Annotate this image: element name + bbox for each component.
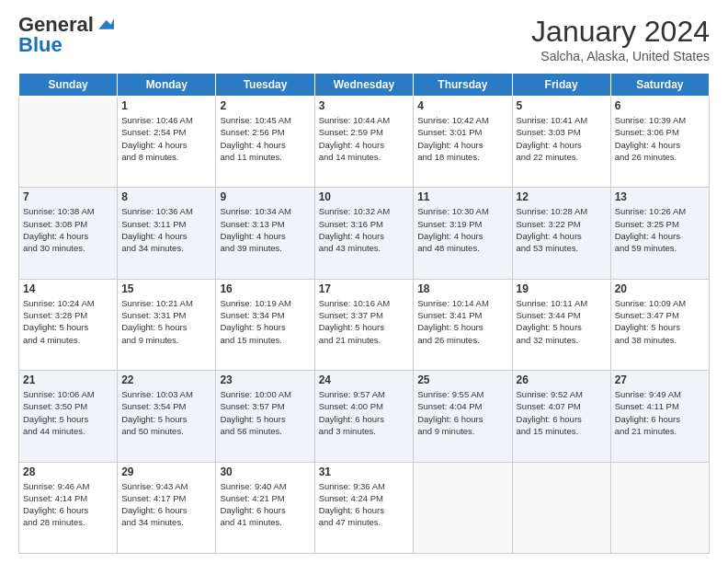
day-info: Sunrise: 10:44 AMSunset: 2:59 PMDaylight… — [319, 114, 410, 163]
day-info: Sunrise: 10:41 AMSunset: 3:03 PMDaylight… — [517, 114, 607, 163]
calendar-cell: 25Sunrise: 9:55 AMSunset: 4:04 PMDayligh… — [414, 371, 512, 462]
day-info: Sunrise: 10:42 AMSunset: 3:01 PMDaylight… — [417, 114, 507, 163]
calendar-week-row: 7Sunrise: 10:38 AMSunset: 3:08 PMDayligh… — [19, 188, 710, 279]
day-number: 3 — [319, 99, 410, 112]
day-number: 29 — [121, 465, 211, 478]
day-number: 7 — [23, 190, 113, 203]
day-number: 26 — [517, 373, 607, 386]
day-number: 21 — [23, 373, 113, 386]
calendar-cell: 24Sunrise: 9:57 AMSunset: 4:00 PMDayligh… — [314, 371, 414, 462]
calendar-cell: 15Sunrise: 10:21 AMSunset: 3:31 PMDaylig… — [118, 279, 216, 370]
calendar-cell: 2Sunrise: 10:45 AMSunset: 2:56 PMDayligh… — [216, 97, 314, 188]
calendar-cell — [19, 97, 118, 188]
day-number: 8 — [121, 190, 211, 203]
day-number: 9 — [220, 190, 310, 203]
calendar-cell: 31Sunrise: 9:36 AMSunset: 4:24 PMDayligh… — [314, 462, 414, 553]
calendar-cell: 1Sunrise: 10:46 AMSunset: 2:54 PMDayligh… — [118, 97, 216, 188]
day-number: 17 — [319, 282, 410, 295]
month-year: January 2024 — [531, 15, 710, 49]
logo: General Blue — [18, 15, 114, 55]
calendar-cell — [512, 462, 610, 553]
day-header-saturday: Saturday — [610, 74, 709, 97]
day-number: 1 — [121, 99, 211, 112]
day-info: Sunrise: 10:11 AMSunset: 3:44 PMDaylight… — [517, 297, 607, 346]
calendar-cell: 23Sunrise: 10:00 AMSunset: 3:57 PMDaylig… — [216, 371, 314, 462]
day-info: Sunrise: 9:52 AMSunset: 4:07 PMDaylight:… — [517, 388, 607, 437]
day-info: Sunrise: 10:45 AMSunset: 2:56 PMDaylight… — [220, 114, 310, 163]
location: Salcha, Alaska, United States — [531, 49, 710, 63]
day-header-wednesday: Wednesday — [314, 74, 414, 97]
day-info: Sunrise: 10:28 AMSunset: 3:22 PMDaylight… — [517, 205, 607, 254]
calendar-cell: 16Sunrise: 10:19 AMSunset: 3:34 PMDaylig… — [216, 279, 314, 370]
calendar-cell — [610, 462, 709, 553]
day-number: 20 — [615, 282, 705, 295]
calendar-cell: 12Sunrise: 10:28 AMSunset: 3:22 PMDaylig… — [512, 188, 610, 279]
day-info: Sunrise: 9:43 AMSunset: 4:17 PMDaylight:… — [121, 480, 211, 529]
day-number: 11 — [417, 190, 507, 203]
day-number: 24 — [319, 373, 410, 386]
calendar-cell: 20Sunrise: 10:09 AMSunset: 3:47 PMDaylig… — [610, 279, 709, 370]
calendar-cell: 10Sunrise: 10:32 AMSunset: 3:16 PMDaylig… — [314, 188, 414, 279]
day-number: 22 — [121, 373, 211, 386]
calendar-cell: 7Sunrise: 10:38 AMSunset: 3:08 PMDayligh… — [19, 188, 118, 279]
day-number: 10 — [319, 190, 410, 203]
day-info: Sunrise: 10:30 AMSunset: 3:19 PMDaylight… — [417, 205, 507, 254]
day-header-sunday: Sunday — [19, 74, 118, 97]
calendar-cell: 5Sunrise: 10:41 AMSunset: 3:03 PMDayligh… — [512, 97, 610, 188]
day-info: Sunrise: 10:00 AMSunset: 3:57 PMDaylight… — [220, 388, 310, 437]
calendar-cell: 6Sunrise: 10:39 AMSunset: 3:06 PMDayligh… — [610, 97, 709, 188]
day-info: Sunrise: 9:49 AMSunset: 4:11 PMDaylight:… — [615, 388, 705, 437]
day-info: Sunrise: 10:03 AMSunset: 3:54 PMDaylight… — [121, 388, 211, 437]
calendar-cell — [414, 462, 512, 553]
day-info: Sunrise: 10:16 AMSunset: 3:37 PMDaylight… — [319, 297, 410, 346]
day-info: Sunrise: 10:46 AMSunset: 2:54 PMDaylight… — [121, 114, 211, 163]
day-number: 23 — [220, 373, 310, 386]
day-info: Sunrise: 10:39 AMSunset: 3:06 PMDaylight… — [615, 114, 705, 163]
day-number: 5 — [517, 99, 607, 112]
title-block: January 2024 Salcha, Alaska, United Stat… — [531, 15, 710, 63]
svg-marker-0 — [98, 18, 114, 29]
calendar-week-row: 1Sunrise: 10:46 AMSunset: 2:54 PMDayligh… — [19, 97, 710, 188]
calendar-cell: 19Sunrise: 10:11 AMSunset: 3:44 PMDaylig… — [512, 279, 610, 370]
day-info: Sunrise: 9:40 AMSunset: 4:21 PMDaylight:… — [220, 480, 310, 529]
day-header-friday: Friday — [512, 74, 610, 97]
day-number: 12 — [517, 190, 607, 203]
calendar-cell: 22Sunrise: 10:03 AMSunset: 3:54 PMDaylig… — [118, 371, 216, 462]
day-number: 27 — [615, 373, 705, 386]
day-info: Sunrise: 10:34 AMSunset: 3:13 PMDaylight… — [220, 205, 310, 254]
day-info: Sunrise: 10:36 AMSunset: 3:11 PMDaylight… — [121, 205, 211, 254]
day-number: 6 — [615, 99, 705, 112]
day-info: Sunrise: 10:06 AMSunset: 3:50 PMDaylight… — [23, 388, 113, 437]
day-number: 28 — [23, 465, 113, 478]
day-info: Sunrise: 9:57 AMSunset: 4:00 PMDaylight:… — [319, 388, 410, 437]
day-info: Sunrise: 9:55 AMSunset: 4:04 PMDaylight:… — [417, 388, 507, 437]
calendar-cell: 4Sunrise: 10:42 AMSunset: 3:01 PMDayligh… — [414, 97, 512, 188]
day-number: 19 — [517, 282, 607, 295]
logo-blue-text: Blue — [18, 35, 63, 55]
logo-icon — [96, 14, 114, 32]
day-info: Sunrise: 10:19 AMSunset: 3:34 PMDaylight… — [220, 297, 310, 346]
day-number: 4 — [417, 99, 507, 112]
calendar-cell: 21Sunrise: 10:06 AMSunset: 3:50 PMDaylig… — [19, 371, 118, 462]
day-header-monday: Monday — [118, 74, 216, 97]
calendar-cell: 29Sunrise: 9:43 AMSunset: 4:17 PMDayligh… — [118, 462, 216, 553]
calendar-week-row: 21Sunrise: 10:06 AMSunset: 3:50 PMDaylig… — [19, 371, 710, 462]
day-number: 2 — [220, 99, 310, 112]
day-info: Sunrise: 10:32 AMSunset: 3:16 PMDaylight… — [319, 205, 410, 254]
calendar-cell: 11Sunrise: 10:30 AMSunset: 3:19 PMDaylig… — [414, 188, 512, 279]
calendar-cell: 26Sunrise: 9:52 AMSunset: 4:07 PMDayligh… — [512, 371, 610, 462]
day-number: 18 — [417, 282, 507, 295]
day-number: 25 — [417, 373, 507, 386]
day-info: Sunrise: 10:24 AMSunset: 3:28 PMDaylight… — [23, 297, 113, 346]
calendar-cell: 9Sunrise: 10:34 AMSunset: 3:13 PMDayligh… — [216, 188, 314, 279]
calendar-header-row: SundayMondayTuesdayWednesdayThursdayFrid… — [19, 74, 710, 97]
calendar-cell: 27Sunrise: 9:49 AMSunset: 4:11 PMDayligh… — [610, 371, 709, 462]
calendar-cell: 14Sunrise: 10:24 AMSunset: 3:28 PMDaylig… — [19, 279, 118, 370]
calendar-cell: 18Sunrise: 10:14 AMSunset: 3:41 PMDaylig… — [414, 279, 512, 370]
day-number: 13 — [615, 190, 705, 203]
calendar-cell: 8Sunrise: 10:36 AMSunset: 3:11 PMDayligh… — [118, 188, 216, 279]
day-info: Sunrise: 10:14 AMSunset: 3:41 PMDaylight… — [417, 297, 507, 346]
header: General Blue January 2024 Salcha, Alaska… — [18, 15, 710, 63]
day-number: 14 — [23, 282, 113, 295]
calendar-cell: 13Sunrise: 10:26 AMSunset: 3:25 PMDaylig… — [610, 188, 709, 279]
